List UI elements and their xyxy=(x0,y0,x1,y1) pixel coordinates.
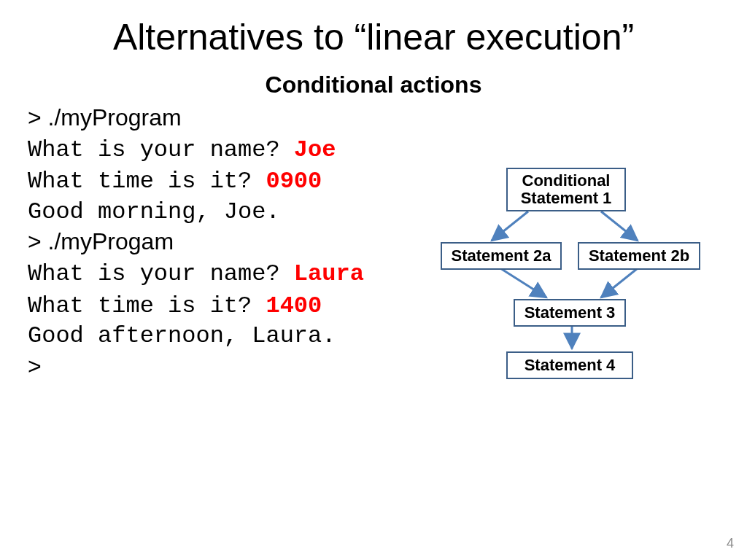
box-label: Statement 1 xyxy=(521,190,612,207)
slide-subtitle: Conditional actions xyxy=(0,71,747,98)
user-input: 1400 xyxy=(266,292,322,319)
box-label: Statement 4 xyxy=(525,357,616,374)
user-input: Joe xyxy=(294,136,336,163)
prompt-symbol: > xyxy=(28,104,48,131)
question-text: What time is it? xyxy=(28,292,266,319)
page-number: 4 xyxy=(727,536,734,551)
arrow-2a-to-3 xyxy=(500,268,546,298)
prompt-symbol: > xyxy=(28,228,48,254)
question-text: What is your name? xyxy=(28,260,294,287)
slide-title: Alternatives to “linear execution” xyxy=(0,0,747,58)
box-label: Conditional xyxy=(521,172,612,190)
arrow-2b-to-3 xyxy=(601,268,638,298)
output-line: What is your name? Joe xyxy=(28,133,747,166)
arrow-1-to-2b xyxy=(601,211,638,241)
box-label: Statement 3 xyxy=(525,304,616,322)
box-label: Statement 2a xyxy=(452,247,551,265)
flow-box-statement-2a: Statement 2a xyxy=(441,242,562,270)
prompt-line-1: > ./myProgram xyxy=(28,103,747,133)
flow-box-conditional-1: Conditional Statement 1 xyxy=(506,168,626,211)
box-label: Statement 2b xyxy=(589,247,689,265)
command-text: ./myProgam xyxy=(48,228,174,254)
arrow-1-to-2a xyxy=(492,211,528,241)
flow-box-statement-4: Statement 4 xyxy=(506,351,633,379)
user-input: 0900 xyxy=(266,168,322,195)
flow-box-statement-2b: Statement 2b xyxy=(578,242,700,270)
flow-box-statement-3: Statement 3 xyxy=(514,299,626,327)
question-text: What is your name? xyxy=(28,136,294,163)
command-text: ./myProgram xyxy=(48,104,182,131)
user-input: Laura xyxy=(294,260,364,287)
question-text: What time is it? xyxy=(28,168,266,195)
